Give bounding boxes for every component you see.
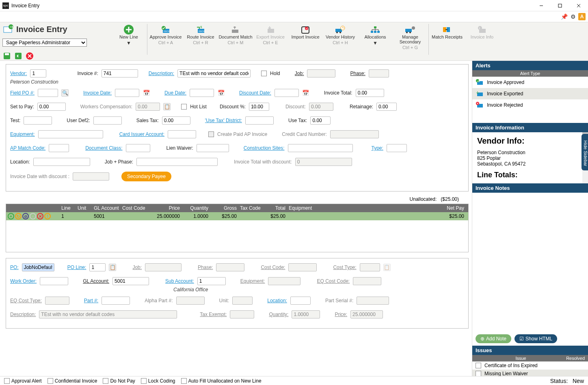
sub-account-label[interactable]: Sub Account:: [165, 278, 194, 284]
po-line-lookup-icon[interactable]: 📋: [109, 264, 116, 271]
grid-row[interactable]: + ↻ ⊘ ○ ✕ ! 1 5001 25.000000 1.0000 $25.…: [6, 212, 468, 220]
calendar-icon[interactable]: 📅: [302, 89, 309, 97]
show-html-button[interactable]: ☑Show HTML: [514, 334, 557, 343]
description-label[interactable]: Description:: [149, 71, 174, 76]
job-phase-label: Job + Phase:: [105, 159, 133, 165]
admin-select[interactable]: Sage Paperless Administrator: [2, 39, 87, 47]
gear-icon[interactable]: ⚙: [569, 13, 577, 20]
hotlist-checkbox[interactable]: [181, 104, 187, 110]
ap-match-field[interactable]: [49, 144, 69, 152]
alert-row[interactable]: Invoice Rejected: [472, 99, 588, 111]
document-match-tool[interactable]: Document Match Ctrl + M: [218, 24, 253, 46]
detail-location-label[interactable]: Location:: [267, 298, 287, 303]
warning-icon[interactable]: !: [44, 213, 51, 219]
userdef2-field[interactable]: [93, 116, 122, 125]
issue-checkbox[interactable]: [476, 371, 481, 376]
work-order-label[interactable]: Work Order:: [10, 278, 37, 284]
new-line-tool[interactable]: New Line ▼: [111, 24, 146, 47]
location-field[interactable]: [33, 158, 90, 166]
sub-account-field[interactable]: [197, 277, 226, 285]
vendor-field[interactable]: [30, 69, 46, 77]
description-field[interactable]: [177, 69, 251, 77]
po-line-field[interactable]: [89, 263, 106, 271]
test-field[interactable]: [24, 116, 52, 125]
calendar-icon[interactable]: 📅: [143, 89, 150, 97]
chevron-down-icon[interactable]: ▼: [373, 40, 378, 46]
card-issuer-field[interactable]: [168, 130, 196, 138]
maximize-button[interactable]: [551, 0, 569, 11]
type-field[interactable]: [387, 144, 407, 152]
construction-sites-label[interactable]: Construction Sites:: [244, 145, 285, 151]
invoice-number-field[interactable]: [102, 69, 138, 77]
manage-secondary-tool[interactable]: Manage Secondary Ctrl + G: [393, 24, 428, 51]
construction-sites-field[interactable]: [288, 144, 353, 152]
field-po-field[interactable]: [38, 89, 58, 97]
lien-waiver-field[interactable]: [197, 144, 229, 152]
vendor-history-tool[interactable]: Vendor History Ctrl + H: [323, 24, 358, 46]
vendor-label[interactable]: Vendor:: [10, 71, 27, 76]
save-icon[interactable]: [2, 52, 11, 60]
match-receipts-tool[interactable]: Match Receipts: [430, 24, 465, 40]
field-po-lookup-icon[interactable]: 🔍: [61, 89, 69, 97]
issue-checkbox[interactable]: [476, 363, 481, 368]
retainage-field[interactable]: [376, 103, 397, 111]
work-order-field[interactable]: [40, 277, 68, 285]
set-to-pay-field[interactable]: [37, 103, 66, 111]
invoice-date-field[interactable]: [115, 89, 139, 97]
plus-icon[interactable]: +: [8, 213, 14, 219]
doc-class-label[interactable]: Document Class:: [85, 145, 122, 151]
type-label[interactable]: Type:: [372, 145, 383, 151]
ban-icon[interactable]: ⊘: [22, 213, 29, 219]
part-field[interactable]: [102, 297, 130, 305]
secondary-payee-button[interactable]: Secondary Payee: [121, 172, 171, 181]
invoice-total-field[interactable]: [356, 89, 384, 97]
workers-comp-lookup-icon[interactable]: 📋: [163, 103, 171, 110]
approve-invoice-tool[interactable]: INVOICE Approve Invoice Ctrl + A: [148, 24, 183, 46]
invoice-date-label[interactable]: Invoice Date:: [83, 90, 112, 96]
po-field[interactable]: [22, 263, 54, 271]
po-line-label[interactable]: PO Line:: [67, 265, 86, 270]
refresh-icon[interactable]: ↻: [15, 213, 22, 219]
svg-point-42: [406, 32, 408, 33]
job-phase-field[interactable]: [136, 158, 218, 166]
usetax-district-field[interactable]: [245, 116, 274, 125]
pin-icon[interactable]: 📌: [560, 13, 568, 20]
part-label[interactable]: Part #:: [84, 298, 98, 303]
chevron-down-icon[interactable]: ▼: [126, 40, 131, 46]
detail-location-field[interactable]: [290, 297, 311, 305]
ap-match-label[interactable]: AP Match Code:: [10, 145, 45, 151]
discount-date-label[interactable]: Discount Date:: [239, 90, 271, 96]
discount-pct-field[interactable]: [249, 103, 269, 111]
equipment-label[interactable]: Equipment:: [10, 131, 35, 137]
close-button[interactable]: [569, 0, 588, 11]
due-date-label[interactable]: Due Date:: [164, 90, 186, 96]
use-tax-field[interactable]: [310, 116, 331, 125]
badge-a-icon[interactable]: A: [578, 13, 586, 20]
due-date-field[interactable]: [190, 89, 214, 97]
alert-row[interactable]: +$ Invoice Approved: [472, 77, 588, 88]
po-label[interactable]: PO:: [10, 265, 19, 270]
field-po-label[interactable]: Field PO #:: [10, 90, 35, 96]
card-issuer-label[interactable]: Card Issuer Account:: [119, 131, 164, 137]
issue-row[interactable]: Certificate of Ins Expired: [472, 361, 588, 370]
gl-account-field[interactable]: [112, 277, 149, 285]
calendar-icon[interactable]: 📅: [217, 89, 225, 97]
alert-row[interactable]: Invoice Exported: [472, 88, 588, 99]
invoice-total-discount-field: [295, 158, 352, 166]
cancel-icon[interactable]: [25, 52, 34, 60]
hold-checkbox[interactable]: [261, 71, 267, 76]
usetax-district-label[interactable]: 'Use Tax' District:: [205, 118, 242, 123]
hide-sidebar-tab[interactable]: Hide Sidebar: [582, 134, 588, 170]
equipment-field[interactable]: [38, 130, 103, 138]
route-invoice-tool[interactable]: $INVOICE Route Invoice Ctrl + R: [183, 24, 218, 46]
save-back-icon[interactable]: [14, 52, 23, 60]
import-invoice-tool[interactable]: Import Invoice: [288, 24, 323, 40]
sales-tax-field[interactable]: [162, 116, 190, 125]
doc-class-field[interactable]: [126, 144, 150, 152]
minimize-button[interactable]: [532, 0, 551, 11]
notes-body[interactable]: [472, 193, 588, 332]
add-note-button[interactable]: ⊕Add Note: [476, 334, 511, 343]
delete-icon[interactable]: ✕: [37, 213, 43, 219]
discount-date-field[interactable]: [275, 89, 299, 97]
allocations-tool[interactable]: Allocations ▼: [358, 24, 393, 47]
